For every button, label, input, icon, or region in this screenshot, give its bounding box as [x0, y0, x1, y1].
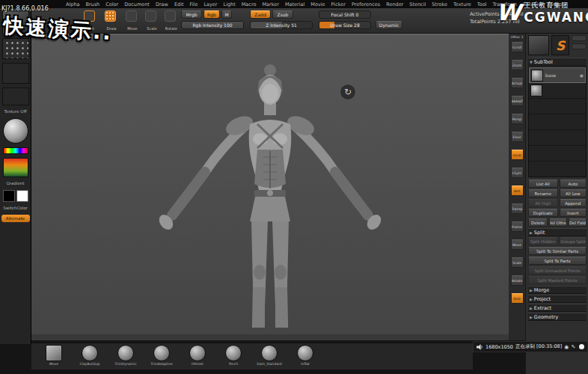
- quick-pick-slot[interactable]: [572, 43, 587, 49]
- merge-section-header[interactable]: ▶Merge: [528, 286, 587, 294]
- brush-hpolish[interactable]: hPolish: [184, 345, 211, 366]
- actual-size-icon[interactable]: Actual: [511, 78, 524, 88]
- menu-item[interactable]: Brush: [85, 1, 99, 7]
- menu-item[interactable]: Preferences: [352, 1, 380, 7]
- z-intensity-slider[interactable]: Z Intensity 51: [250, 21, 313, 29]
- brush-pinch[interactable]: Pinch: [220, 345, 247, 366]
- all-high-button[interactable]: All High: [528, 199, 558, 207]
- menu-item[interactable]: Picker: [331, 1, 346, 7]
- texture-thumbnail[interactable]: [2, 88, 29, 105]
- menu-item[interactable]: Tool: [477, 1, 487, 7]
- visibility-eye-icon[interactable]: ◉: [580, 73, 584, 78]
- alternate-button[interactable]: Alternate: [1, 215, 30, 222]
- mrgb-button[interactable]: Mrgb: [181, 10, 202, 19]
- menu-item[interactable]: Macro: [242, 1, 257, 7]
- menu-item[interactable]: Edit: [174, 1, 184, 7]
- move-mode-button[interactable]: Move: [126, 10, 137, 22]
- all-low-button[interactable]: All Low: [560, 189, 587, 197]
- extract-section-header[interactable]: ▶Extract: [528, 304, 587, 312]
- current-tool-thumbnail[interactable]: [528, 35, 549, 55]
- rotate-view-icon[interactable]: Rotate: [511, 275, 524, 286]
- subtool-row-selected[interactable]: base ◉: [529, 67, 586, 83]
- transparency-icon[interactable]: Transp: [511, 203, 524, 214]
- zsub-button[interactable]: Zsub: [272, 10, 293, 19]
- zoom-icon[interactable]: Zoom: [511, 60, 524, 70]
- brush-move[interactable]: Move: [40, 345, 67, 366]
- subtool-row[interactable]: [529, 83, 586, 99]
- subtool-row[interactable]: [529, 99, 586, 114]
- subtool-section-header[interactable]: ▼SubTool: [528, 58, 587, 66]
- split-masked-points-button[interactable]: Split Masked Points: [528, 276, 587, 284]
- menu-item[interactable]: File: [190, 1, 198, 7]
- m-button[interactable]: M: [221, 10, 232, 19]
- brush-claybuildup[interactable]: ClayBuildup: [76, 345, 103, 366]
- camera-icon[interactable]: ◉: [564, 344, 569, 350]
- move-view-icon[interactable]: Move: [511, 239, 524, 250]
- dynamic-button[interactable]: Dynamic: [376, 21, 402, 29]
- subtool-row[interactable]: [529, 146, 586, 162]
- list-all-button[interactable]: List All: [528, 180, 558, 188]
- menu-item[interactable]: Document: [124, 1, 150, 7]
- aahalf-icon[interactable]: AAHalf: [511, 96, 524, 106]
- project-section-header[interactable]: ▶Project: [528, 295, 587, 303]
- del-other-button[interactable]: Del Other: [549, 218, 567, 227]
- menu-item[interactable]: Layer: [203, 1, 217, 7]
- brush-trimdynamic[interactable]: TrimDynamic: [112, 345, 139, 366]
- menu-item[interactable]: Movie: [310, 1, 325, 7]
- zadd-button[interactable]: Zadd: [250, 10, 271, 19]
- floor-grid-icon[interactable]: Floor: [511, 132, 524, 142]
- color-gradient-picker[interactable]: [3, 158, 28, 177]
- append-button[interactable]: Append: [560, 199, 587, 207]
- rename-button[interactable]: Rename: [528, 189, 558, 197]
- menu-item[interactable]: Stencil: [409, 1, 426, 7]
- menu-item[interactable]: Color: [105, 1, 118, 7]
- vert-icon[interactable]: Vert: [511, 186, 524, 196]
- rotate-icon[interactable]: ↻: [340, 84, 356, 100]
- duplicate-button[interactable]: Duplicate: [528, 209, 558, 217]
- split-section-header[interactable]: ▶Split: [528, 228, 587, 236]
- split-to-similar-parts-button[interactable]: Split To Similar Parts: [528, 247, 587, 255]
- brush-trimadaptive[interactable]: TrimAdaptive: [148, 345, 175, 366]
- menu-item[interactable]: Light: [224, 1, 236, 7]
- brush-dam-standard[interactable]: Dam_Standard: [256, 345, 283, 366]
- split-hidden-button[interactable]: Split Hidden: [528, 237, 558, 245]
- auto-button[interactable]: Auto: [560, 180, 587, 188]
- delete-button[interactable]: Delete: [528, 218, 548, 227]
- simplebrush-icon[interactable]: S: [551, 35, 569, 55]
- subtool-row[interactable]: [529, 114, 586, 130]
- menu-item[interactable]: Draw: [156, 1, 168, 7]
- focal-shift-slider[interactable]: Focal Shift 0: [319, 10, 371, 19]
- split-unmasked-points-button[interactable]: Split Unmasked Points: [528, 266, 587, 275]
- del-fold-button[interactable]: Del Fold: [569, 218, 587, 227]
- record-dot-icon[interactable]: [579, 344, 584, 349]
- hue-strip[interactable]: [3, 147, 28, 154]
- rotate-mode-button[interactable]: Rotate: [165, 10, 176, 22]
- menu-item[interactable]: Stroke: [432, 1, 447, 7]
- menu-item[interactable]: Render: [386, 1, 403, 7]
- subtool-row[interactable]: [529, 130, 586, 146]
- menu-item[interactable]: Marker: [262, 1, 278, 7]
- menu-item[interactable]: Material: [285, 1, 304, 7]
- draw-size-slider[interactable]: Draw Size 28: [319, 21, 371, 29]
- menu-item[interactable]: Alpha: [66, 1, 79, 7]
- alpha-thumbnail[interactable]: [2, 63, 29, 84]
- brush-inflat[interactable]: Inflat: [292, 345, 319, 366]
- local-transform-icon[interactable]: Local: [511, 150, 524, 160]
- material-sphere[interactable]: [3, 118, 28, 144]
- lsym-icon[interactable]: LSym: [511, 168, 524, 178]
- groups-split-button[interactable]: Groups Split: [560, 237, 587, 245]
- rgb-button[interactable]: Rgb: [203, 10, 220, 19]
- grid-icon[interactable]: Grid: [511, 293, 524, 304]
- frame-icon[interactable]: Frame: [511, 221, 524, 232]
- stroke-thumbnail[interactable]: [2, 38, 29, 59]
- rgb-intensity-slider[interactable]: Rgb Intensity 100: [181, 21, 244, 29]
- insert-button[interactable]: Insert: [560, 209, 587, 217]
- scale-mode-button[interactable]: Scale: [145, 10, 156, 22]
- quick-pick-slot[interactable]: [572, 35, 587, 41]
- scroll-icon[interactable]: Scroll: [511, 42, 524, 52]
- subtool-row[interactable]: [529, 162, 586, 177]
- scale-view-icon[interactable]: Scale: [511, 257, 524, 268]
- model-3d[interactable]: [147, 61, 393, 337]
- geometry-section-header[interactable]: ▶Geometry: [528, 313, 587, 321]
- perspective-icon[interactable]: Persp: [511, 114, 524, 124]
